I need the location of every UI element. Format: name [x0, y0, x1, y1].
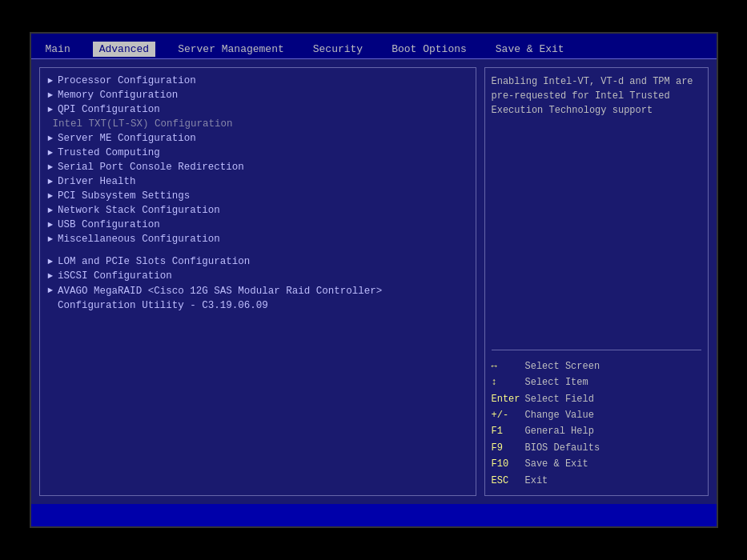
menu-entry-11[interactable]: ►Miscellaneous Configuration — [43, 233, 472, 246]
key-desc: BIOS Defaults — [525, 440, 600, 456]
key-label: ↔ — [492, 358, 520, 374]
menu-label: QPI Configuration — [58, 104, 160, 115]
arrow-icon: ► — [48, 134, 54, 143]
menu-label: PCI Subsystem Settings — [58, 190, 190, 202]
menu-label: Intel TXT(LT-SX) Configuration — [53, 118, 233, 130]
menu-label: Trusted Computing — [58, 147, 160, 158]
menu-entry-8[interactable]: ►PCI Subsystem Settings — [43, 190, 472, 202]
key-label: F9 — [492, 440, 520, 456]
arrow-icon: ► — [48, 90, 54, 100]
help-text: Enabling Intel-VT, VT-d and TPM are pre-… — [492, 74, 701, 342]
menu-item-server-management[interactable]: Server Management — [171, 42, 291, 57]
menu-item-main[interactable]: Main — [39, 42, 77, 57]
arrow-icon: ► — [48, 220, 54, 230]
menu-label: iSCSI Configuration — [58, 270, 172, 282]
key-row: +/-Change Value — [492, 407, 701, 423]
arrow-icon: ► — [48, 271, 54, 281]
menu-entry-0[interactable]: ►Processor Configuration — [43, 74, 472, 87]
menu-entry-2-1[interactable]: ►iSCSI Configuration — [43, 270, 472, 282]
key-desc: Select Screen — [525, 358, 600, 374]
key-row: ↔Select Screen — [492, 358, 701, 374]
menu-entry-6[interactable]: ►Serial Port Console Redirection — [43, 161, 472, 174]
menu-item-advanced[interactable]: Advanced — [93, 42, 155, 57]
arrow-icon: ► — [48, 177, 54, 186]
menu-entry-9[interactable]: ►Network Stack Configuration — [43, 204, 472, 217]
arrow-icon: ► — [48, 162, 54, 172]
menu-entry-7[interactable]: ►Driver Health — [43, 175, 472, 188]
key-row: F9BIOS Defaults — [492, 440, 701, 456]
arrow-icon: ► — [48, 148, 54, 158]
key-row: F10Save & Exit — [492, 456, 701, 472]
arrow-icon: ► — [48, 105, 54, 114]
menu-entry-10[interactable]: ►USB Configuration — [43, 218, 472, 231]
key-label: ↕ — [492, 374, 520, 390]
menu-entry-1[interactable]: ►Memory Configuration — [43, 89, 472, 102]
key-desc: General Help — [525, 423, 594, 439]
key-desc: Exit — [525, 473, 548, 489]
key-row: EnterSelect Field — [492, 391, 701, 407]
menu-entry-3[interactable]: Intel TXT(LT-SX) Configuration — [43, 118, 472, 130]
divider — [492, 350, 701, 350]
menu-item-boot-options[interactable]: Boot Options — [385, 42, 473, 57]
menu-entry-5[interactable]: ►Trusted Computing — [43, 146, 472, 159]
arrow-icon: ► — [48, 286, 54, 295]
menu-label: Processor Configuration — [58, 75, 196, 86]
menu-label: Serial Port Console Redirection — [58, 162, 244, 173]
menu-label: AVAGO MegaRAID <Cisco 12G SAS Modular Ra… — [58, 285, 434, 313]
menu-label: Driver Health — [58, 176, 136, 187]
right-panel: Enabling Intel-VT, VT-d and TPM are pre-… — [484, 67, 709, 496]
menu-label: Server ME Configuration — [58, 133, 196, 144]
left-panel[interactable]: ►Processor Configuration►Memory Configur… — [39, 67, 476, 496]
key-label: F10 — [492, 456, 520, 472]
arrow-icon: ► — [48, 206, 54, 215]
key-label: ESC — [492, 473, 520, 489]
title-bar — [31, 34, 717, 40]
key-desc: Save & Exit — [525, 456, 588, 472]
menu-label: Memory Configuration — [58, 90, 178, 101]
arrow-icon: ► — [48, 234, 54, 244]
menu-label: Network Stack Configuration — [58, 205, 220, 216]
key-row: F1General Help — [492, 423, 701, 439]
menu-item-security[interactable]: Security — [307, 42, 369, 57]
menu-label: Miscellaneous Configuration — [58, 234, 220, 245]
menu-item-save-&-exit[interactable]: Save & Exit — [489, 42, 571, 57]
key-desc: Select Field — [525, 391, 594, 407]
arrow-icon: ► — [48, 76, 54, 86]
arrow-icon: ► — [48, 257, 54, 266]
key-row: ESCExit — [492, 473, 701, 489]
key-label: +/- — [492, 407, 520, 423]
key-desc: Change Value — [525, 407, 594, 423]
key-label: F1 — [492, 423, 520, 439]
arrow-icon: ► — [48, 191, 54, 201]
menu-bar[interactable]: MainAdvancedServer ManagementSecurityBoo… — [31, 40, 717, 59]
bottom-bar — [31, 504, 717, 526]
key-row: ↕Select Item — [492, 374, 701, 390]
bios-screen: MainAdvancedServer ManagementSecurityBoo… — [30, 32, 718, 528]
menu-entry-avago[interactable]: ►AVAGO MegaRAID <Cisco 12G SAS Modular R… — [43, 284, 472, 314]
key-desc: Select Item — [525, 374, 588, 390]
content-area: ►Processor Configuration►Memory Configur… — [39, 67, 709, 496]
menu-entry-2[interactable]: ►QPI Configuration — [43, 103, 472, 116]
menu-entry-2-0[interactable]: ►LOM and PCIe Slots Configuration — [43, 255, 472, 268]
key-help: ↔Select Screen↕Select ItemEnterSelect Fi… — [492, 358, 701, 489]
menu-label: LOM and PCIe Slots Configuration — [58, 256, 250, 267]
menu-entry-4[interactable]: ►Server ME Configuration — [43, 132, 472, 145]
menu-label: USB Configuration — [58, 219, 160, 230]
key-label: Enter — [492, 391, 520, 407]
